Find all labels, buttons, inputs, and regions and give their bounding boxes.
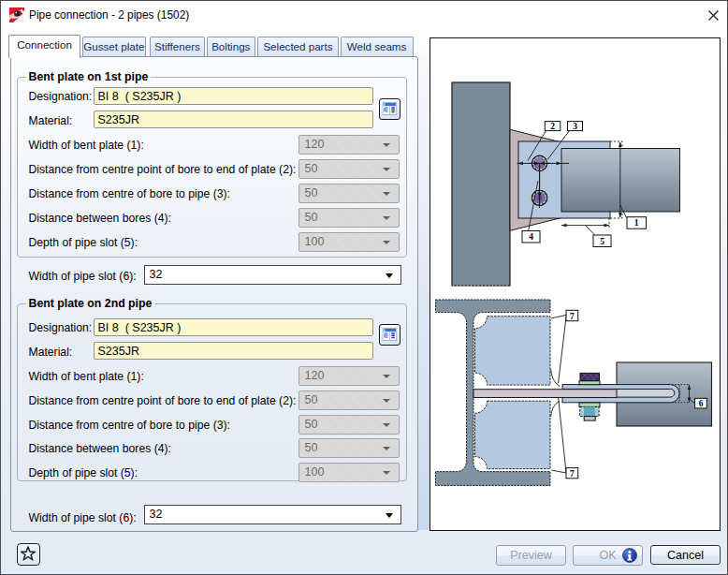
svg-text:1: 1	[634, 218, 639, 228]
svg-text:7: 7	[570, 469, 575, 479]
svg-text:2: 2	[550, 122, 555, 131]
svg-text:5: 5	[600, 237, 604, 246]
svg-text:7: 7	[570, 312, 575, 321]
svg-text:3: 3	[573, 122, 577, 131]
svg-text:4: 4	[529, 232, 533, 242]
svg-text:6: 6	[699, 399, 704, 408]
